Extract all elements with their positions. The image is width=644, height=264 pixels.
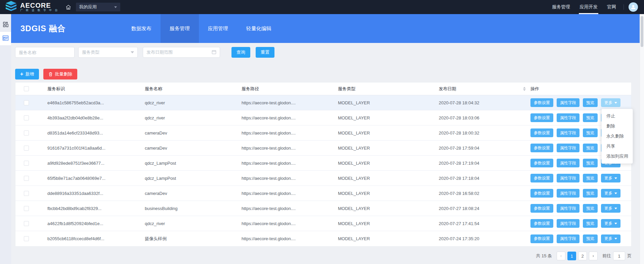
top-nav-item[interactable]: 服务管理	[547, 0, 575, 14]
next-page-button[interactable]: ›	[589, 252, 598, 260]
preview-button[interactable]: 预览	[583, 159, 598, 167]
params-settings-button[interactable]: 参数设置	[530, 159, 553, 167]
cell-service-type: MODEL_LAYER	[338, 221, 439, 226]
dropdown-menu-item[interactable]: 共享	[602, 141, 633, 151]
cell-service-path[interactable]: https://aecore-test.glodon....	[242, 191, 338, 196]
attribute-fields-button[interactable]: 属性字段	[557, 98, 579, 107]
home-icon[interactable]	[66, 4, 71, 10]
more-button[interactable]: 更多	[601, 98, 620, 107]
row-checkbox[interactable]	[24, 146, 29, 151]
preview-button[interactable]: 预览	[583, 189, 598, 198]
preview-button[interactable]: 预览	[583, 98, 598, 107]
attribute-fields-button[interactable]: 属性字段	[557, 113, 579, 122]
header-tab[interactable]: 应用管理	[199, 14, 237, 43]
scrollbar-thumb[interactable]	[641, 16, 643, 47]
row-checkbox[interactable]	[24, 161, 29, 166]
cell-service-path[interactable]: https://aecore-test.glodon....	[242, 100, 338, 105]
service-name-input[interactable]	[19, 50, 71, 55]
cell-service-path[interactable]: https://aecore-test.glodon....	[242, 146, 338, 151]
calendar-icon	[212, 50, 216, 55]
more-button[interactable]: 更多	[601, 204, 620, 213]
page-numbers: 12	[567, 252, 587, 260]
preview-button[interactable]: 预览	[583, 128, 598, 137]
add-button[interactable]: + 新增	[15, 69, 39, 80]
cell-service-path[interactable]: https://aecore-test.glodon....	[242, 221, 338, 226]
params-settings-button[interactable]: 参数设置	[530, 189, 553, 198]
col-service-type: 服务类型	[338, 86, 439, 92]
preview-button[interactable]: 预览	[583, 219, 598, 228]
params-settings-button[interactable]: 参数设置	[530, 144, 553, 152]
cell-service-path[interactable]: https://aecore-test.glodon....	[242, 236, 338, 241]
cell-service-path[interactable]: https://aecore-test.glodon....	[242, 206, 338, 211]
reset-button[interactable]: 重置	[256, 47, 274, 58]
preview-button[interactable]: 预览	[583, 234, 598, 243]
attribute-fields-button[interactable]: 属性字段	[557, 174, 579, 182]
params-settings-button[interactable]: 参数设置	[530, 204, 553, 213]
table-row: 4b393aa2f2db04d0e8b28e... qdcz_river htt…	[15, 110, 631, 125]
attribute-fields-button[interactable]: 属性字段	[557, 144, 579, 152]
date-range-input[interactable]: 发布日期范围	[143, 47, 220, 58]
params-settings-button[interactable]: 参数设置	[530, 219, 553, 228]
header-tab[interactable]: 数据发布	[122, 14, 161, 43]
top-nav-item[interactable]: 应用开发	[575, 0, 602, 14]
params-settings-button[interactable]: 参数设置	[530, 174, 553, 182]
sidebar-item-dashboard[interactable]	[0, 18, 11, 32]
params-settings-button[interactable]: 参数设置	[530, 113, 553, 122]
top-nav-item[interactable]: 官网	[602, 0, 621, 14]
app-select[interactable]: 我的应用	[76, 3, 120, 11]
row-checkbox[interactable]	[24, 221, 29, 226]
more-button[interactable]: 更多	[601, 219, 620, 228]
table-row: dde88916a33351daa6332f... cameraDev http…	[15, 186, 631, 201]
dropdown-menu-item[interactable]: 添加到应用	[602, 151, 633, 161]
attribute-fields-button[interactable]: 属性字段	[557, 128, 579, 137]
header-tab[interactable]: 轻量化编辑	[237, 14, 281, 43]
params-settings-button[interactable]: 参数设置	[530, 98, 553, 107]
more-button[interactable]: 更多	[601, 174, 620, 182]
page-number-button[interactable]: 1	[567, 252, 576, 260]
prev-page-button[interactable]: ‹	[557, 252, 565, 260]
attribute-fields-button[interactable]: 属性字段	[557, 234, 579, 243]
attribute-fields-button[interactable]: 属性字段	[557, 159, 579, 167]
pagination: 共 15 条 ‹ 12 › 前往 页	[15, 252, 632, 260]
sidebar-item-services[interactable]	[0, 32, 11, 45]
cell-service-path[interactable]: https://aecore-test.glodon....	[242, 130, 338, 136]
preview-button[interactable]: 预览	[583, 113, 598, 122]
dropdown-menu-item[interactable]: 永久删除	[602, 131, 633, 141]
cell-service-type: MODEL_LAYER	[338, 115, 439, 120]
row-checkbox[interactable]	[24, 100, 29, 105]
batch-delete-button[interactable]: 批量删除	[43, 69, 77, 80]
select-all-checkbox[interactable]	[24, 86, 29, 91]
preview-button[interactable]: 预览	[583, 204, 598, 213]
cell-service-path[interactable]: https://aecore-test.glodon....	[242, 161, 338, 166]
row-checkbox[interactable]	[24, 206, 29, 211]
more-button[interactable]: 更多	[601, 189, 620, 198]
row-checkbox[interactable]	[24, 130, 29, 136]
row-checkbox[interactable]	[24, 236, 29, 241]
header-tab[interactable]: 服务管理	[161, 14, 199, 43]
sort-icon[interactable]	[523, 87, 526, 91]
more-button[interactable]: 更多	[601, 234, 620, 243]
attribute-fields-button[interactable]: 属性字段	[557, 219, 579, 228]
row-checkbox[interactable]	[24, 115, 29, 120]
cell-service-path[interactable]: https://aecore-test.glodon....	[242, 115, 338, 120]
cell-service-id: 65f5b8e71ac7ab0648069e7...	[47, 176, 145, 181]
attribute-fields-button[interactable]: 属性字段	[557, 189, 579, 198]
scrollbar[interactable]	[640, 14, 644, 264]
preview-button[interactable]: 预览	[583, 144, 598, 152]
row-checkbox[interactable]	[24, 191, 29, 196]
page-number-button[interactable]: 2	[578, 252, 587, 260]
search-button[interactable]: 查询	[231, 47, 250, 58]
dropdown-menu-item[interactable]: 删除	[602, 121, 633, 131]
filter-bar: 服务类型 发布日期范围 查询	[15, 47, 632, 58]
dropdown-menu-item[interactable]: 停止	[602, 111, 633, 121]
preview-button[interactable]: 预览	[583, 174, 598, 182]
row-checkbox[interactable]	[24, 176, 29, 181]
logo-icon	[5, 1, 17, 13]
goto-page-input[interactable]	[613, 252, 625, 260]
service-type-select[interactable]: 服务类型	[78, 47, 138, 58]
user-avatar[interactable]	[629, 2, 638, 12]
attribute-fields-button[interactable]: 属性字段	[557, 204, 579, 213]
cell-service-path[interactable]: https://aecore-test.glodon....	[242, 176, 338, 181]
params-settings-button[interactable]: 参数设置	[530, 128, 553, 137]
params-settings-button[interactable]: 参数设置	[530, 234, 553, 243]
